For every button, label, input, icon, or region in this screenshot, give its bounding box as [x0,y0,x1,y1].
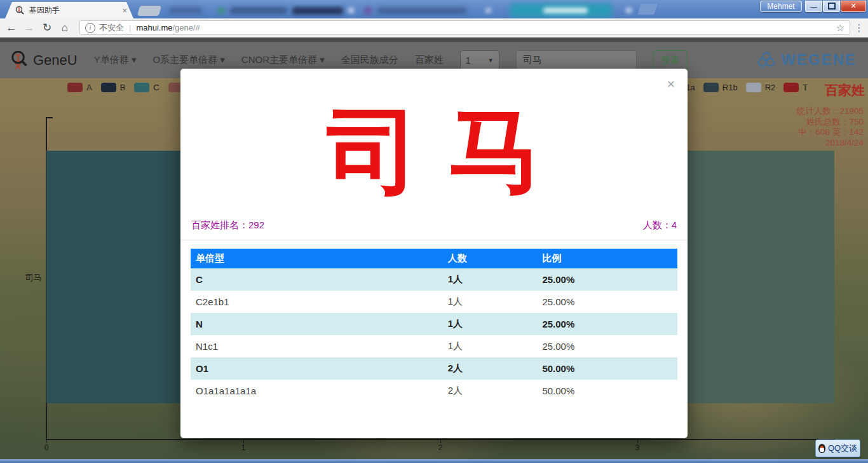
page-info-icon[interactable]: i [85,23,95,33]
legend-label: B [120,83,126,92]
taskbar-edge [0,459,868,463]
legend-swatch [746,83,761,92]
x-tick-label: 1 [237,443,250,452]
surname-detail-modal: × 司马 百家姓排名：292 人数：4 单倍型人数比例 C1人25.00%C2e… [180,69,688,438]
window-close-icon: ✕ [850,2,856,10]
window-maximize-button[interactable] [823,1,840,12]
url-host: mahui.me [136,23,172,32]
legend-swatch [134,83,149,92]
address-bar[interactable]: i 不安全 | mahui.me /gene/# ☆ [79,20,850,35]
table-cell: C [191,274,443,285]
legend-item-C[interactable]: C [134,83,159,92]
table-cell: 50.00% [537,363,677,374]
tab-blurred[interactable] [216,2,359,18]
table-cell: 25.00% [537,341,677,352]
modal-divider [180,240,688,240]
tab-close-icon[interactable]: × [122,6,127,15]
surname-display: 司马 [180,97,688,204]
nav-item[interactable]: CNOR主要单倍群 ▾ [241,54,325,66]
modal-info-row: 百家姓排名：292 人数：4 [191,219,677,232]
nav-item[interactable]: Y单倍群 ▾ [94,54,137,66]
tab-blurred[interactable] [361,2,502,18]
back-icon[interactable]: ← [3,22,20,34]
y-axis-top-tick [46,117,53,118]
haplogroup-table: 单倍型人数比例 C1人25.00%C2e1b11人25.00%N1人25.00%… [191,249,677,402]
screen: 基因助手 × Mehmet — ✕ ← [0,0,868,463]
minimize-icon: — [810,3,817,10]
table-cell: 1人 [443,273,538,286]
geneu-brand[interactable]: GeneU [10,50,78,71]
legend-label: R1b [722,83,738,92]
forward-icon[interactable]: → [20,22,38,34]
legend-item-R2[interactable]: R2 [746,83,776,92]
table-cell: 1人 [443,296,538,308]
reload-icon[interactable]: ↻ [38,21,56,34]
window-minimize-button[interactable]: — [805,1,822,12]
qq-penguin-icon [818,444,825,453]
tab-blurred[interactable] [136,2,212,18]
legend-label: C [153,83,159,92]
stats-line: 统计人数：21905 [797,106,864,117]
wegene-logo-icon [757,52,776,68]
page-top-band [0,37,868,42]
browser-toolbar: ← → ↻ ⌂ i 不安全 | mahui.me /gene/# ☆ [0,18,868,38]
maximize-icon [828,3,836,10]
home-icon[interactable]: ⌂ [56,22,74,34]
nav-item[interactable]: 百家姓 [415,54,444,66]
page-title: 百家姓 [825,81,865,99]
table-cell: 25.00% [537,319,677,329]
legend-item-A[interactable]: A [67,83,92,92]
new-tab-button[interactable] [637,4,658,15]
table-header-cell: 比例 [537,252,677,265]
windows-user-button[interactable]: Mehmet [760,1,802,12]
surname-count: 人数：4 [643,219,677,232]
legend-swatch [783,83,799,92]
geneu-logo-icon [10,50,29,71]
table-cell: C2e1b1 [191,296,443,307]
table-cell: 2人 [443,385,538,397]
tab-blurred[interactable] [505,2,635,18]
select-caret-icon: ▼ [488,57,494,64]
nav-item[interactable]: 全国民族成分 [341,54,398,66]
qq-chat-button[interactable]: QQ交谈 [815,439,860,457]
legend-swatch [67,83,83,92]
page-number-select[interactable]: 1 ▼ [460,50,499,71]
table-row: N1c11人25.00% [191,335,677,357]
qq-chat-label: QQ交谈 [828,443,857,454]
modal-close-icon[interactable]: × [667,76,675,92]
window-close-button[interactable]: ✕ [841,1,866,12]
table-cell: O1a1a1a1a1a [191,385,443,396]
stats-line: 2018/4/24 [797,138,864,149]
x-tick-label: 2 [434,443,447,452]
x-tick-label: 0 [40,443,53,452]
table-cell: 1人 [443,318,538,330]
wegene-logo[interactable]: WEGENE [757,51,857,69]
table-header-cell: 单倍型 [191,252,443,265]
table-cell: 25.00% [537,274,677,285]
x-tick-label: 3 [631,443,644,452]
bookmark-star-icon[interactable]: ☆ [836,22,844,34]
tab-gene-assistant[interactable]: 基因助手 × [5,2,133,18]
legend-item-B[interactable]: B [101,83,126,92]
table-row: C2e1b11人25.00% [191,291,677,313]
legend-item-R1b[interactable]: R1b [703,83,738,92]
page-number-value: 1 [466,55,471,66]
hap-table-body: C1人25.00%C2e1b11人25.00%N1人25.00%N1c11人25… [191,268,677,402]
nav-item[interactable]: O系主要单倍群 ▾ [153,54,224,66]
table-cell: 25.00% [537,296,677,307]
table-cell: N1c1 [191,341,443,352]
browser-menu-icon[interactable]: ⋮ [853,21,865,35]
security-label[interactable]: 不安全 [99,22,124,34]
legend-item-T[interactable]: T [783,83,808,92]
surname-search-input[interactable] [516,50,637,71]
search-button[interactable]: 搜索 [653,50,688,71]
main-nav: Y单倍群 ▾O系主要单倍群 ▾CNOR主要单倍群 ▾全国民族成分百家姓 [94,54,444,66]
wegene-label: WEGENE [781,51,857,69]
table-cell: N [191,319,443,329]
table-row: C1人25.00% [191,268,677,291]
address-separator: | [129,23,131,32]
stats-block: 统计人数：21905姓氏总数：750中：608 英：1422018/4/24 [797,106,864,148]
legend-swatch [703,83,719,92]
table-header-cell: 人数 [443,252,538,265]
table-row: O12人50.00% [191,357,677,380]
